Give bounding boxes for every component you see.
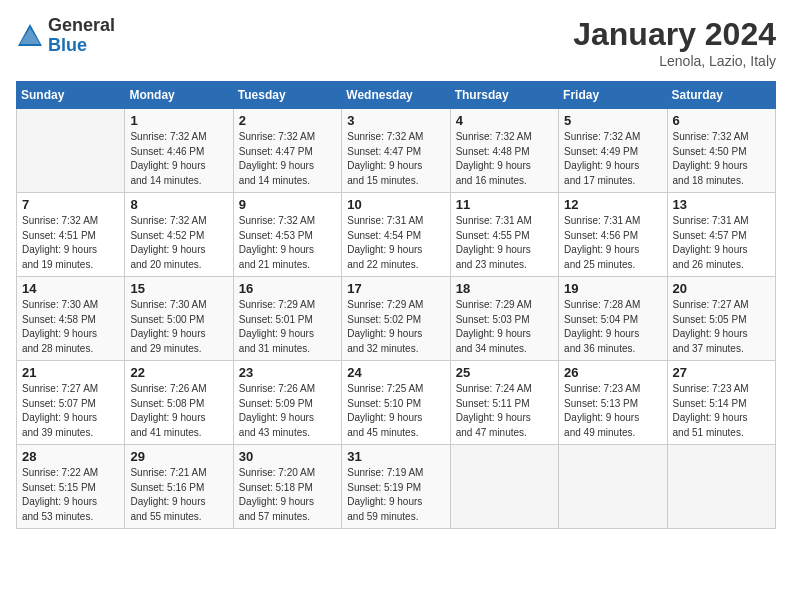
day-info: Sunrise: 7:23 AMSunset: 5:14 PMDaylight:… <box>673 382 770 440</box>
calendar-cell: 18Sunrise: 7:29 AMSunset: 5:03 PMDayligh… <box>450 277 558 361</box>
calendar-table: SundayMondayTuesdayWednesdayThursdayFrid… <box>16 81 776 529</box>
calendar-cell <box>667 445 775 529</box>
day-info: Sunrise: 7:28 AMSunset: 5:04 PMDaylight:… <box>564 298 661 356</box>
day-number: 2 <box>239 113 336 128</box>
day-number: 21 <box>22 365 119 380</box>
day-info: Sunrise: 7:22 AMSunset: 5:15 PMDaylight:… <box>22 466 119 524</box>
calendar-cell: 24Sunrise: 7:25 AMSunset: 5:10 PMDayligh… <box>342 361 450 445</box>
column-header-thursday: Thursday <box>450 82 558 109</box>
column-header-tuesday: Tuesday <box>233 82 341 109</box>
day-info: Sunrise: 7:24 AMSunset: 5:11 PMDaylight:… <box>456 382 553 440</box>
day-info: Sunrise: 7:31 AMSunset: 4:56 PMDaylight:… <box>564 214 661 272</box>
day-info: Sunrise: 7:32 AMSunset: 4:46 PMDaylight:… <box>130 130 227 188</box>
calendar-cell: 4Sunrise: 7:32 AMSunset: 4:48 PMDaylight… <box>450 109 558 193</box>
day-number: 4 <box>456 113 553 128</box>
logo-text: General Blue <box>48 16 115 56</box>
calendar-cell: 26Sunrise: 7:23 AMSunset: 5:13 PMDayligh… <box>559 361 667 445</box>
day-number: 28 <box>22 449 119 464</box>
svg-marker-1 <box>20 28 40 44</box>
column-header-sunday: Sunday <box>17 82 125 109</box>
day-info: Sunrise: 7:32 AMSunset: 4:48 PMDaylight:… <box>456 130 553 188</box>
day-info: Sunrise: 7:31 AMSunset: 4:57 PMDaylight:… <box>673 214 770 272</box>
calendar-cell: 23Sunrise: 7:26 AMSunset: 5:09 PMDayligh… <box>233 361 341 445</box>
calendar-week-row: 7Sunrise: 7:32 AMSunset: 4:51 PMDaylight… <box>17 193 776 277</box>
calendar-cell: 29Sunrise: 7:21 AMSunset: 5:16 PMDayligh… <box>125 445 233 529</box>
day-number: 7 <box>22 197 119 212</box>
calendar-week-row: 1Sunrise: 7:32 AMSunset: 4:46 PMDaylight… <box>17 109 776 193</box>
calendar-header-row: SundayMondayTuesdayWednesdayThursdayFrid… <box>17 82 776 109</box>
day-number: 30 <box>239 449 336 464</box>
title-block: January 2024 Lenola, Lazio, Italy <box>573 16 776 69</box>
day-info: Sunrise: 7:26 AMSunset: 5:09 PMDaylight:… <box>239 382 336 440</box>
column-header-friday: Friday <box>559 82 667 109</box>
day-number: 20 <box>673 281 770 296</box>
page-header: General Blue January 2024 Lenola, Lazio,… <box>16 16 776 69</box>
day-info: Sunrise: 7:29 AMSunset: 5:03 PMDaylight:… <box>456 298 553 356</box>
day-info: Sunrise: 7:32 AMSunset: 4:50 PMDaylight:… <box>673 130 770 188</box>
calendar-cell: 8Sunrise: 7:32 AMSunset: 4:52 PMDaylight… <box>125 193 233 277</box>
calendar-title: January 2024 <box>573 16 776 53</box>
day-info: Sunrise: 7:27 AMSunset: 5:05 PMDaylight:… <box>673 298 770 356</box>
day-info: Sunrise: 7:32 AMSunset: 4:47 PMDaylight:… <box>347 130 444 188</box>
calendar-cell: 15Sunrise: 7:30 AMSunset: 5:00 PMDayligh… <box>125 277 233 361</box>
day-info: Sunrise: 7:20 AMSunset: 5:18 PMDaylight:… <box>239 466 336 524</box>
calendar-cell: 30Sunrise: 7:20 AMSunset: 5:18 PMDayligh… <box>233 445 341 529</box>
calendar-week-row: 14Sunrise: 7:30 AMSunset: 4:58 PMDayligh… <box>17 277 776 361</box>
day-number: 3 <box>347 113 444 128</box>
day-number: 5 <box>564 113 661 128</box>
calendar-cell: 1Sunrise: 7:32 AMSunset: 4:46 PMDaylight… <box>125 109 233 193</box>
calendar-cell: 19Sunrise: 7:28 AMSunset: 5:04 PMDayligh… <box>559 277 667 361</box>
day-info: Sunrise: 7:32 AMSunset: 4:49 PMDaylight:… <box>564 130 661 188</box>
calendar-cell <box>450 445 558 529</box>
calendar-cell: 28Sunrise: 7:22 AMSunset: 5:15 PMDayligh… <box>17 445 125 529</box>
calendar-cell: 31Sunrise: 7:19 AMSunset: 5:19 PMDayligh… <box>342 445 450 529</box>
day-number: 27 <box>673 365 770 380</box>
day-number: 18 <box>456 281 553 296</box>
calendar-cell: 5Sunrise: 7:32 AMSunset: 4:49 PMDaylight… <box>559 109 667 193</box>
day-number: 14 <box>22 281 119 296</box>
day-number: 22 <box>130 365 227 380</box>
calendar-cell: 13Sunrise: 7:31 AMSunset: 4:57 PMDayligh… <box>667 193 775 277</box>
day-number: 11 <box>456 197 553 212</box>
day-number: 31 <box>347 449 444 464</box>
calendar-cell: 16Sunrise: 7:29 AMSunset: 5:01 PMDayligh… <box>233 277 341 361</box>
day-number: 6 <box>673 113 770 128</box>
day-info: Sunrise: 7:31 AMSunset: 4:54 PMDaylight:… <box>347 214 444 272</box>
day-info: Sunrise: 7:32 AMSunset: 4:52 PMDaylight:… <box>130 214 227 272</box>
day-number: 29 <box>130 449 227 464</box>
day-info: Sunrise: 7:26 AMSunset: 5:08 PMDaylight:… <box>130 382 227 440</box>
day-info: Sunrise: 7:32 AMSunset: 4:53 PMDaylight:… <box>239 214 336 272</box>
day-number: 17 <box>347 281 444 296</box>
logo-general-text: General <box>48 16 115 36</box>
day-info: Sunrise: 7:30 AMSunset: 4:58 PMDaylight:… <box>22 298 119 356</box>
calendar-cell: 10Sunrise: 7:31 AMSunset: 4:54 PMDayligh… <box>342 193 450 277</box>
day-number: 10 <box>347 197 444 212</box>
column-header-saturday: Saturday <box>667 82 775 109</box>
calendar-cell <box>559 445 667 529</box>
calendar-week-row: 28Sunrise: 7:22 AMSunset: 5:15 PMDayligh… <box>17 445 776 529</box>
day-info: Sunrise: 7:19 AMSunset: 5:19 PMDaylight:… <box>347 466 444 524</box>
calendar-cell: 9Sunrise: 7:32 AMSunset: 4:53 PMDaylight… <box>233 193 341 277</box>
calendar-cell: 14Sunrise: 7:30 AMSunset: 4:58 PMDayligh… <box>17 277 125 361</box>
calendar-cell: 2Sunrise: 7:32 AMSunset: 4:47 PMDaylight… <box>233 109 341 193</box>
day-number: 19 <box>564 281 661 296</box>
day-number: 12 <box>564 197 661 212</box>
day-number: 8 <box>130 197 227 212</box>
calendar-cell: 25Sunrise: 7:24 AMSunset: 5:11 PMDayligh… <box>450 361 558 445</box>
day-info: Sunrise: 7:30 AMSunset: 5:00 PMDaylight:… <box>130 298 227 356</box>
calendar-week-row: 21Sunrise: 7:27 AMSunset: 5:07 PMDayligh… <box>17 361 776 445</box>
day-number: 24 <box>347 365 444 380</box>
calendar-cell: 12Sunrise: 7:31 AMSunset: 4:56 PMDayligh… <box>559 193 667 277</box>
day-info: Sunrise: 7:29 AMSunset: 5:02 PMDaylight:… <box>347 298 444 356</box>
calendar-cell: 27Sunrise: 7:23 AMSunset: 5:14 PMDayligh… <box>667 361 775 445</box>
day-info: Sunrise: 7:32 AMSunset: 4:51 PMDaylight:… <box>22 214 119 272</box>
day-number: 9 <box>239 197 336 212</box>
day-number: 16 <box>239 281 336 296</box>
calendar-cell: 3Sunrise: 7:32 AMSunset: 4:47 PMDaylight… <box>342 109 450 193</box>
calendar-cell: 7Sunrise: 7:32 AMSunset: 4:51 PMDaylight… <box>17 193 125 277</box>
calendar-cell: 17Sunrise: 7:29 AMSunset: 5:02 PMDayligh… <box>342 277 450 361</box>
day-info: Sunrise: 7:27 AMSunset: 5:07 PMDaylight:… <box>22 382 119 440</box>
logo: General Blue <box>16 16 115 56</box>
day-number: 15 <box>130 281 227 296</box>
day-info: Sunrise: 7:31 AMSunset: 4:55 PMDaylight:… <box>456 214 553 272</box>
